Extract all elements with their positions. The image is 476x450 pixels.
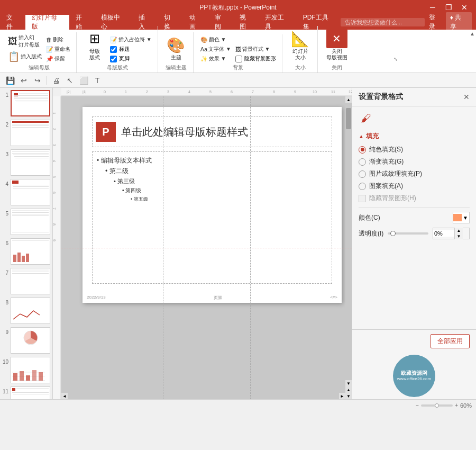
slide-thumb-10[interactable]: 10 [2, 357, 50, 383]
zoom-slider-thumb[interactable] [435, 403, 439, 408]
slide-thumb-5[interactable]: 5 [2, 209, 50, 235]
apply-all-button[interactable]: 全部应用 [431, 334, 470, 348]
save-button[interactable]: 💾 [4, 75, 16, 86]
slide-thumb-6[interactable]: 6 [2, 238, 50, 265]
master-layout-button[interactable]: ⊞ 母版版式 [82, 27, 107, 63]
preserve-label: 保留 [54, 55, 65, 62]
font-dropdown-button[interactable]: Aa 文字体 ▼ [199, 45, 233, 53]
gradient-fill-radio[interactable] [359, 158, 366, 166]
color-dropdown-button[interactable]: 🎨 颜色 ▼ [199, 35, 233, 44]
slide-thumb-7[interactable]: 7 [2, 268, 50, 294]
print-button[interactable]: 🖨 [50, 75, 62, 86]
tab-slide-master[interactable]: 幻灯片母版 [25, 15, 69, 30]
slide-title-placeholder[interactable]: P 单击此处编辑母版标题样式 [92, 116, 332, 147]
tab-transition[interactable]: 切换 [158, 15, 183, 30]
slide-thumb-9[interactable]: 9 [2, 327, 50, 354]
transparency-slider[interactable] [388, 232, 428, 235]
panel-close-button[interactable]: ✕ [463, 93, 470, 101]
shape-button[interactable]: ⬜ [78, 75, 89, 86]
ribbon-collapse-button[interactable]: ▲ [470, 31, 475, 37]
insert-placeholder-button[interactable]: 📝 插入占位符 ▼ [108, 35, 153, 44]
theme-button[interactable]: 🎨 主题 [163, 33, 189, 63]
slide-img-10[interactable] [11, 357, 50, 383]
login-button[interactable]: 登录 [429, 13, 442, 31]
tab-review[interactable]: 审阅 [208, 15, 234, 30]
slide-body-placeholder[interactable]: • 编辑母版文本样式 • 第二级 • 第三级 • 第四级 • 第五级 [92, 151, 332, 284]
slide-main[interactable]: P 单击此处编辑母版标题样式 • 编辑母版文本样式 • 第二级 • 第三级 • … [83, 107, 342, 303]
cursor-button[interactable]: ↖ [64, 75, 76, 86]
bg-style-button[interactable]: 🖼 背景样式 ▼ [234, 45, 278, 53]
scroll-track-v[interactable] [345, 103, 352, 380]
text-button[interactable]: T [91, 75, 103, 86]
scroll-thumb-v[interactable] [346, 108, 351, 129]
delete-button[interactable]: 🗑 删除 [44, 35, 72, 44]
redo-button[interactable]: ↪ [32, 75, 43, 86]
zoom-out-button[interactable]: − [416, 402, 419, 408]
color-picker-button[interactable]: ▼ [453, 212, 470, 223]
zoom-slider[interactable] [421, 404, 453, 407]
slide-thumb-4[interactable]: 4 [2, 179, 50, 205]
insert-slide-master-button[interactable]: 🖼 插入幻灯片母版 [6, 33, 43, 49]
slide-thumbnail-panel: 1 2 [0, 88, 53, 399]
effect-dropdown-button[interactable]: ✨ 效果 ▼ [199, 55, 233, 63]
transparency-spin-down[interactable]: ▼ [454, 233, 463, 239]
transparency-slider-thumb[interactable] [390, 231, 396, 236]
scroll-track-h[interactable] [68, 393, 339, 399]
solid-fill-option[interactable]: 纯色填充(S) [359, 145, 470, 154]
tab-animation[interactable]: 动画 [183, 15, 208, 30]
hide-bg-checkbox[interactable] [235, 56, 242, 62]
slide-canvas-area[interactable]: P 单击此处编辑母版标题样式 • 编辑母版文本样式 • 第二级 • 第三级 • … [61, 96, 352, 399]
picture-fill-option[interactable]: 图片或纹理填充(P) [359, 169, 470, 178]
search-input[interactable] [341, 18, 425, 26]
transparency-value-input[interactable] [433, 230, 454, 237]
slide-img-1[interactable] [11, 90, 50, 116]
title-checkbox[interactable] [110, 46, 117, 53]
footer-checkbox[interactable] [110, 56, 117, 62]
close-master-button[interactable]: ✕ 关闭母版视图 [323, 27, 351, 63]
scroll-down-button[interactable]: ▼ [345, 380, 352, 386]
scroll-up2-button[interactable]: ▲ [345, 386, 352, 393]
slide-img-7[interactable] [11, 268, 50, 294]
close-master-label: 关闭母版视图 [326, 48, 347, 61]
picture-fill-radio[interactable] [359, 170, 366, 178]
slide-footer-date: 2022/9/13 [87, 295, 106, 301]
scroll-down2-button[interactable]: ▼ [345, 393, 352, 399]
transparency-spin-up[interactable]: ▲ [454, 228, 463, 233]
solid-fill-radio[interactable] [359, 146, 366, 154]
slide-size-button[interactable]: 📐 幻灯片大小 [288, 27, 313, 63]
scroll-up-button[interactable]: ▲ [345, 96, 352, 103]
slide-thumb-3[interactable]: 3 [2, 149, 50, 176]
background-expand-icon[interactable]: ⤡ [393, 56, 398, 62]
slide-thumb-8[interactable]: 8 [2, 298, 50, 324]
hide-bg-shapes-checkbox[interactable] [359, 195, 366, 202]
tab-view[interactable]: 视图 [233, 15, 259, 30]
slide-img-4[interactable] [11, 179, 50, 205]
scroll-left-button[interactable]: ◄ [61, 393, 68, 399]
horizontal-scrollbar[interactable]: ◄ ► [61, 393, 345, 399]
gradient-fill-option[interactable]: 渐变填充(G) [359, 157, 470, 166]
slide-img-2[interactable] [11, 120, 50, 146]
insert-layout-button[interactable]: 📋 插入版式 [6, 50, 43, 63]
slide-thumb-1[interactable]: 1 [2, 90, 50, 116]
scroll-right-button[interactable]: ► [339, 393, 345, 399]
preserve-button[interactable]: 📌 保留 [44, 55, 72, 63]
slide-img-8[interactable] [11, 298, 50, 324]
rename-button[interactable]: 📝 重命名 [44, 45, 72, 53]
transparency-input[interactable]: ▲ ▼ [433, 228, 470, 239]
slide-img-9[interactable] [11, 327, 50, 354]
slide-img-6[interactable] [11, 238, 50, 265]
slide-img-3[interactable] [11, 149, 50, 176]
group-background-label: 背景 [233, 64, 243, 73]
tab-file[interactable]: 文件 [0, 15, 25, 30]
undo-button[interactable]: ↩ [18, 75, 30, 86]
color-form-label: 颜色(C) [359, 213, 380, 222]
slide-thumb-2[interactable]: 2 [2, 120, 50, 146]
color-dropdown-arrow[interactable]: ▼ [463, 215, 468, 221]
slide-img-11[interactable] [11, 386, 50, 399]
pattern-fill-option[interactable]: 图案填充(A) [359, 182, 470, 191]
slide-thumb-11[interactable]: 11 [2, 386, 50, 399]
pattern-fill-radio[interactable] [359, 183, 366, 190]
section-divider [359, 207, 470, 208]
slide-img-5[interactable] [11, 209, 50, 235]
zoom-in-button[interactable]: + [455, 402, 458, 408]
